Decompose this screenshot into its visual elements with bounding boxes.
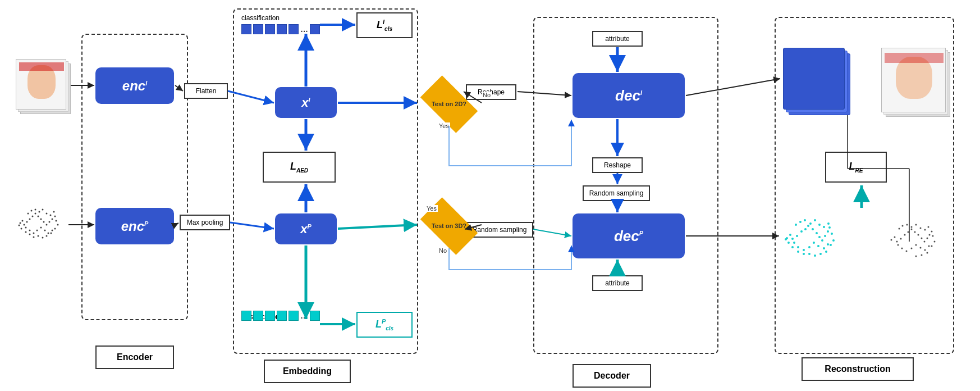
enc-I-label: encI [122, 78, 147, 94]
svg-point-6 [40, 219, 42, 220]
svg-point-95 [931, 231, 933, 233]
svg-point-113 [928, 226, 929, 228]
svg-point-38 [29, 234, 31, 235]
svg-point-87 [896, 241, 898, 243]
svg-point-84 [900, 238, 902, 240]
L-AED-text: LAED [290, 161, 308, 174]
svg-point-20 [22, 220, 24, 222]
tile-c5 [288, 311, 299, 321]
tile-c3 [265, 311, 275, 321]
tile-c1 [241, 311, 251, 321]
reshape-bottom-label: Reshape [592, 157, 643, 173]
svg-point-105 [891, 239, 892, 241]
x-P-block: xP [275, 213, 337, 244]
L-cls-I-box: LIcls [356, 12, 413, 38]
svg-point-64 [795, 224, 797, 226]
test-2d-yes: Yes [438, 122, 450, 129]
svg-point-24 [35, 209, 36, 211]
test-3d-yes: Yes [425, 205, 438, 212]
reconstruction-pointcloud-black [887, 213, 943, 264]
svg-point-93 [927, 238, 928, 239]
input-pointcloud [16, 199, 66, 244]
svg-point-21 [20, 222, 21, 224]
svg-point-4 [35, 213, 36, 215]
svg-point-23 [31, 210, 33, 212]
classification-top-tiles: … [241, 24, 320, 34]
tile-2 [253, 24, 263, 34]
svg-point-26 [42, 209, 44, 211]
svg-point-65 [799, 221, 802, 223]
svg-point-40 [21, 228, 22, 230]
x-P-label: xP [300, 222, 312, 237]
svg-point-47 [812, 228, 814, 230]
reconstruction-pointcloud-cyan [780, 208, 848, 264]
svg-point-119 [915, 256, 917, 257]
enc-P-block: encP [95, 208, 174, 244]
tile-dots-top: … [300, 25, 308, 34]
tile-c4 [277, 311, 287, 321]
svg-point-11 [54, 216, 56, 217]
svg-point-58 [813, 242, 815, 244]
svg-point-110 [915, 224, 917, 226]
svg-point-80 [797, 251, 799, 253]
svg-point-31 [57, 224, 59, 226]
svg-point-15 [36, 230, 38, 231]
svg-point-68 [814, 219, 816, 221]
svg-point-79 [803, 253, 805, 255]
L-cls-P-box: LPcls [356, 312, 413, 338]
svg-point-59 [817, 245, 819, 247]
tile-5 [288, 24, 299, 34]
svg-point-67 [809, 222, 812, 225]
svg-point-12 [25, 227, 27, 229]
L-RE-box: LRE [825, 152, 887, 183]
flatten-label: Flatten [184, 83, 228, 99]
svg-point-106 [899, 228, 900, 230]
svg-point-2 [32, 216, 34, 217]
svg-point-42 [796, 235, 798, 237]
svg-point-61 [827, 243, 829, 245]
svg-point-70 [823, 226, 825, 228]
test-2d-diamond: Test on 2D? [418, 83, 480, 125]
svg-point-111 [920, 228, 922, 229]
svg-point-76 [819, 253, 822, 255]
svg-point-41 [19, 225, 20, 226]
svg-point-103 [928, 245, 930, 247]
x-I-label: xI [301, 96, 310, 110]
svg-point-101 [920, 247, 922, 249]
reconstruction-section-label: Reconstruction [802, 357, 914, 381]
svg-point-28 [50, 215, 52, 216]
classification-bottom-tiles: … [241, 311, 320, 321]
svg-point-14 [33, 233, 35, 234]
svg-point-74 [830, 244, 832, 246]
svg-point-9 [49, 221, 51, 223]
enc-P-label: encP [121, 219, 149, 234]
L-AED-box: LAED [263, 152, 336, 183]
svg-point-56 [803, 249, 805, 251]
svg-point-72 [831, 233, 833, 235]
x-I-block: xI [275, 87, 337, 118]
L-cls-P-text: LPcls [375, 318, 393, 331]
svg-point-49 [818, 236, 821, 238]
svg-point-117 [927, 252, 928, 254]
svg-point-62 [789, 234, 791, 236]
svg-point-115 [934, 241, 936, 243]
svg-point-52 [827, 230, 829, 233]
svg-point-108 [906, 224, 908, 226]
svg-point-25 [39, 211, 40, 213]
svg-point-55 [797, 246, 799, 248]
svg-point-34 [46, 235, 48, 237]
random-sampling-top-label: Random sampling [583, 185, 650, 201]
tile-3 [265, 24, 275, 34]
svg-point-102 [924, 249, 926, 251]
svg-point-86 [908, 231, 909, 233]
svg-point-88 [911, 229, 913, 230]
svg-point-66 [804, 219, 806, 221]
svg-point-81 [791, 246, 794, 248]
svg-point-16 [40, 227, 42, 229]
tile-c6 [310, 311, 320, 321]
svg-point-107 [902, 225, 904, 227]
svg-point-96 [897, 244, 899, 246]
svg-point-8 [46, 224, 48, 226]
tile-dots-bottom: … [300, 311, 308, 320]
attribute-bottom-label: attribute [592, 275, 643, 291]
